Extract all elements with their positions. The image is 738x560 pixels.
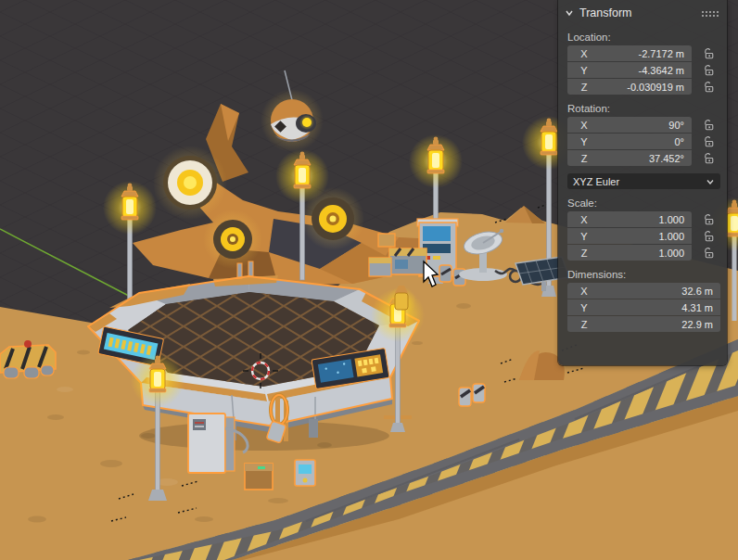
brown-crate[interactable] [245, 464, 273, 490]
scale-fields: X 1.000 Y 1.000 Z 1.000 [567, 211, 727, 261]
unlock-icon[interactable] [703, 247, 715, 259]
unlock-icon[interactable] [703, 230, 715, 242]
scale-y-field[interactable]: Y 1.000 [567, 228, 692, 244]
rotation-z-field[interactable]: Z 37.452° [567, 150, 692, 166]
unlock-icon[interactable] [703, 213, 715, 225]
chevron-down-icon [706, 177, 715, 186]
rotation-z-row: Z 37.452° [567, 150, 727, 166]
transform-panel: Transform Location: X -2.7172 m Y -4.364… [558, 0, 727, 365]
location-z-row: Z -0.030919 m [567, 79, 727, 95]
unlock-icon[interactable] [703, 81, 715, 93]
dimensions-x-field[interactable]: X 32.6 m [567, 283, 720, 299]
scale-y-row: Y 1.000 [567, 228, 727, 244]
engine-left [153, 146, 227, 220]
engine-mid [203, 210, 262, 269]
panel-title: Transform [579, 6, 632, 19]
unlock-icon[interactable] [703, 135, 715, 147]
location-x-row: X -2.7172 m [567, 45, 727, 61]
scale-label: Scale: [567, 197, 718, 209]
unlock-icon[interactable] [703, 47, 715, 59]
scanner-device[interactable] [295, 460, 315, 486]
rotation-fields: X 90° Y 0° Z 37.452° [567, 117, 727, 166]
unlock-icon[interactable] [703, 119, 715, 131]
rotation-label: Rotation: [567, 103, 718, 114]
location-y-row: Y -4.3642 m [567, 62, 727, 78]
dimensions-fields: X 32.6 m Y 4.31 m Z 22.9 m [567, 283, 727, 332]
unlock-icon[interactable] [703, 152, 715, 164]
location-fields: X -2.7172 m Y -4.3642 m Z -0.030919 m [567, 45, 727, 95]
location-x-field[interactable]: X -2.7172 m [567, 45, 692, 61]
rotation-mode-dropdown[interactable]: XYZ Euler [567, 173, 720, 189]
scale-z-field[interactable]: Z 1.000 [567, 245, 692, 261]
dimensions-x-row: X 32.6 m [567, 283, 727, 299]
scale-x-field[interactable]: X 1.000 [567, 211, 692, 227]
dimensions-y-row: Y 4.31 m [567, 299, 727, 315]
dimensions-y-field[interactable]: Y 4.31 m [567, 299, 720, 315]
location-z-field[interactable]: Z -0.030919 m [567, 79, 692, 95]
location-y-field[interactable]: Y -4.3642 m [567, 62, 692, 78]
rotation-x-field[interactable]: X 90° [567, 117, 692, 133]
blender-window: Transform Location: X -2.7172 m Y -4.364… [0, 0, 738, 560]
rotation-y-row: Y 0° [567, 134, 727, 149]
scale-z-row: Z 1.000 [567, 245, 727, 261]
unlock-icon[interactable] [703, 64, 715, 76]
dimensions-label: Dimensions: [567, 269, 718, 280]
chevron-down-icon[interactable] [565, 8, 574, 18]
rotation-y-field[interactable]: Y 0° [567, 134, 692, 149]
dimensions-z-row: Z 22.9 m [567, 316, 727, 332]
scale-x-row: X 1.000 [567, 211, 727, 227]
rotation-x-row: X 90° [567, 117, 727, 133]
dimensions-z-field[interactable]: Z 22.9 m [567, 316, 720, 332]
location-label: Location: [567, 32, 718, 43]
transform-panel-header[interactable]: Transform [558, 0, 727, 23]
drag-handle-dots-icon[interactable] [701, 10, 719, 17]
